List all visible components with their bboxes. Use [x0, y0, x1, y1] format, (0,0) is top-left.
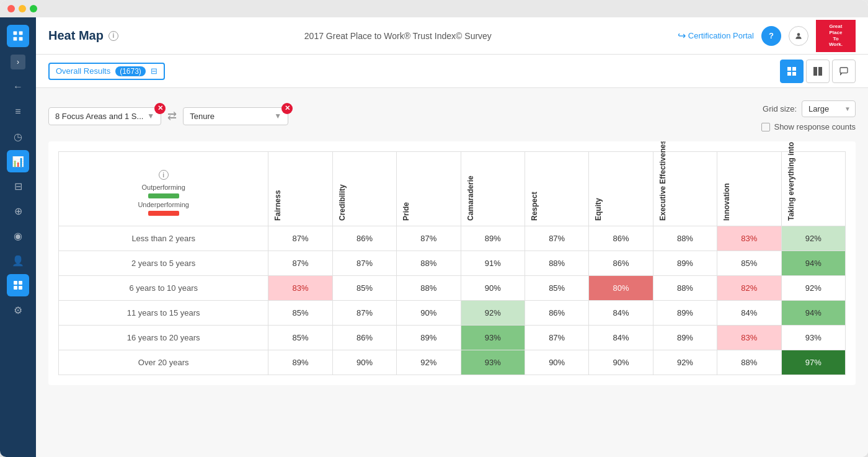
col-taking-label: Taking everything into account, i...	[782, 155, 800, 223]
col-executive: Executive Effectiveness	[653, 152, 717, 226]
user-button[interactable]	[789, 26, 808, 46]
data-cell: 87%	[525, 326, 588, 350]
view-buttons	[780, 60, 856, 83]
data-cell: 85%	[332, 276, 396, 301]
data-cell: 93%	[461, 326, 525, 350]
data-cell: 90%	[461, 276, 525, 301]
data-cell: 92%	[781, 226, 845, 251]
data-cell: 94%	[781, 251, 845, 276]
col-innovation: Innovation	[717, 152, 781, 226]
focus-areas-label: 8 Focus Areas and 1 S...	[55, 112, 143, 121]
grid-size-select[interactable]: Large Medium Small	[802, 100, 856, 117]
sidebar-icon-clock[interactable]: ◷	[7, 125, 29, 148]
data-cell: 97%	[781, 350, 845, 375]
overall-results-chip[interactable]: Overall Results (1673) ⊟	[48, 63, 165, 80]
data-cell: 87%	[525, 226, 588, 251]
row-label: Over 20 years	[59, 350, 268, 375]
svg-rect-11	[787, 72, 791, 76]
sidebar-icon-person[interactable]: 👤	[7, 249, 29, 272]
row-label: 11 years to 15 years	[59, 301, 268, 326]
data-cell: 87%	[332, 251, 396, 276]
tenure-label: Tenure	[190, 112, 215, 121]
col-equity: Equity	[589, 152, 653, 226]
svg-rect-7	[19, 286, 22, 290]
dropdown1-close[interactable]: ✕	[154, 103, 166, 114]
cert-portal-link[interactable]: ↪ Certification Portal	[678, 30, 754, 42]
svg-rect-9	[787, 67, 791, 71]
sidebar-icon-layers[interactable]: ⊕	[7, 200, 29, 222]
data-cell: 87%	[268, 226, 332, 251]
app-window: › ← ≡ ◷ 📊 ⊟ ⊕ ◉ 👤 ⚙ Heat Map i 2017 Grea…	[0, 0, 868, 457]
sidebar-icon-gauge[interactable]: ◉	[7, 224, 29, 247]
outperforming-label: Outperforming	[64, 184, 263, 191]
comment-view-button[interactable]	[832, 60, 856, 83]
grid-view-button[interactable]	[780, 60, 804, 83]
sidebar-expand-btn[interactable]: ›	[11, 55, 25, 69]
page-title: Heat Map	[48, 29, 104, 43]
row-label: 2 years to 5 years	[59, 251, 268, 276]
dropdown2-close[interactable]: ✕	[281, 103, 293, 114]
data-cell: 87%	[397, 226, 461, 251]
cert-portal-label: Certification Portal	[688, 31, 754, 40]
data-cell: 92%	[653, 350, 717, 375]
grid-size-wrapper: Large Medium Small	[802, 100, 856, 117]
header-title-area: Heat Map i	[48, 29, 118, 43]
sidebar-icon-chart[interactable]: 📊	[7, 150, 29, 172]
data-cell: 93%	[781, 326, 845, 350]
col-taking: Taking everything into account, i...	[781, 152, 845, 226]
data-cell: 84%	[589, 326, 653, 350]
col-pride: Pride	[397, 152, 461, 226]
outperforming-bar	[148, 193, 179, 198]
svg-rect-10	[792, 67, 796, 71]
page-content: 8 Focus Areas and 1 S... ▼ ✕ ⇄ Tenure ▼ …	[36, 88, 868, 457]
data-cell: 89%	[653, 301, 717, 326]
focus-areas-dropdown[interactable]: 8 Focus Areas and 1 S... ▼ ✕	[48, 107, 161, 125]
data-cell: 90%	[397, 301, 461, 326]
svg-rect-4	[14, 281, 17, 285]
col-credibility-label: Credibility	[333, 155, 352, 223]
data-cell: 90%	[332, 350, 396, 375]
sidebar-icon-heatmap[interactable]	[7, 274, 29, 296]
data-cell: 85%	[268, 326, 332, 350]
show-counts-row: Show response counts	[761, 122, 856, 131]
sidebar-icon-list[interactable]: ≡	[7, 100, 29, 123]
table-row: 6 years to 10 years83%85%88%90%85%80%88%…	[59, 276, 846, 301]
sidebar-icon-settings[interactable]: ⚙	[7, 299, 29, 321]
grid-size-label: Grid size:	[763, 104, 797, 113]
cert-portal-icon: ↪	[678, 30, 686, 42]
data-cell: 89%	[653, 251, 717, 276]
controls-right: Grid size: Large Medium Small	[761, 100, 856, 131]
table-row: Over 20 years89%90%92%93%90%90%92%88%97%	[59, 350, 846, 375]
data-cell: 89%	[397, 326, 461, 350]
data-cell: 86%	[525, 301, 588, 326]
minimize-dot[interactable]	[19, 5, 26, 12]
data-cell: 88%	[397, 276, 461, 301]
data-cell: 92%	[397, 350, 461, 375]
app-body: › ← ≡ ◷ 📊 ⊟ ⊕ ◉ 👤 ⚙ Heat Map i 2017 Grea…	[0, 17, 868, 457]
page-title-info-icon[interactable]: i	[108, 31, 118, 41]
row-label: 16 years to 20 years	[59, 326, 268, 350]
sidebar-icon-back[interactable]: ←	[7, 76, 29, 98]
data-cell: 88%	[717, 350, 781, 375]
svg-rect-13	[813, 67, 817, 76]
help-button[interactable]: ?	[761, 26, 781, 46]
close-dot[interactable]	[7, 5, 15, 12]
svg-rect-5	[19, 281, 22, 285]
data-cell: 84%	[589, 301, 653, 326]
svg-rect-12	[792, 72, 796, 76]
data-cell: 85%	[717, 251, 781, 276]
header-row: i Outperforming Underperforming Fairne	[59, 152, 846, 226]
col-fairness-label: Fairness	[268, 155, 287, 223]
info-circle-top: i	[64, 170, 263, 180]
col-pride-label: Pride	[397, 155, 415, 223]
svg-point-8	[797, 33, 800, 36]
tenure-dropdown[interactable]: Tenure ▼ ✕	[183, 107, 288, 125]
sidebar-logo[interactable]	[7, 25, 29, 47]
show-counts-label: Show response counts	[774, 122, 856, 131]
show-counts-checkbox[interactable]	[761, 123, 770, 131]
svg-rect-2	[14, 37, 17, 41]
col-camaraderie: Camaraderie	[461, 152, 525, 226]
compare-view-button[interactable]	[806, 60, 830, 83]
maximize-dot[interactable]	[30, 5, 37, 12]
sidebar-icon-data[interactable]: ⊟	[7, 175, 29, 197]
